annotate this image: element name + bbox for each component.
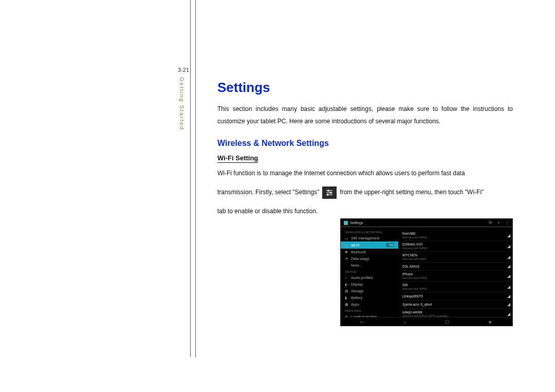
home-icon[interactable]: ⌂ xyxy=(403,320,406,325)
recent-icon[interactable]: ☐ xyxy=(445,320,449,325)
battery-icon: ▮ xyxy=(345,296,348,300)
body-line-3: tab to enable or disable this function. xyxy=(217,206,513,217)
heading-wifi-setting: Wi-Fi Setting xyxy=(217,154,258,163)
display-icon: ◐ xyxy=(345,283,348,286)
volume-icon[interactable]: 🔉︎ xyxy=(488,320,493,325)
wifi-signal-icon: ◢ xyxy=(507,274,510,278)
apps-icon: ▦ xyxy=(345,303,348,306)
wifi-signal-icon: ◢ xyxy=(507,264,510,269)
emb-actionbar: Settings ⟳ + ⋮ xyxy=(341,219,512,227)
wifi-toggle[interactable]: ON xyxy=(386,243,394,247)
sidebar-item-sim[interactable]: ▭SIM management xyxy=(341,235,398,241)
wifi-icon: ◈ xyxy=(345,244,348,247)
emb-cat-personal: PERSONAL xyxy=(341,308,398,313)
network-row[interactable]: sdwpc-wintekSecured with WPA2 (WPS avail… xyxy=(402,309,510,317)
body-line-2-post: from the upper-right setting menu, then … xyxy=(340,187,484,198)
heading-wireless-network: Wireless & Network Settings xyxy=(217,139,513,148)
emb-sidebar: WIRELESS & NETWORKS ▭SIM management ◈Wi-… xyxy=(341,227,398,317)
settings-app-icon xyxy=(344,221,348,225)
sidebar-item-apps[interactable]: ▦Apps xyxy=(341,301,398,308)
location-icon: ⊕ xyxy=(345,315,348,317)
wifi-signal-icon: ◢ xyxy=(507,285,510,289)
emb-cat-wireless: WIRELESS & NETWORKS xyxy=(341,229,398,235)
margin-rule-outer xyxy=(195,0,196,357)
body-line-2: transmission. Firstly, select "Settings"… xyxy=(217,186,513,199)
wifi-signal-icon: ◢ xyxy=(507,312,510,316)
intro-paragraph: This section includes many basic adjusta… xyxy=(217,103,513,127)
emb-network-list: freeVIBESecured with WPA2◢ EDIMAX-VIVISe… xyxy=(398,227,512,317)
body-line-1: Wi-Fi function is to manage the Internet… xyxy=(217,167,513,179)
svg-point-1 xyxy=(328,190,329,192)
heading-settings: Settings xyxy=(217,80,513,96)
network-row[interactable]: SWSecured with WPA2◢ xyxy=(402,282,510,292)
menu-icon[interactable]: ⋮ xyxy=(505,220,509,225)
sidebar-item-audio[interactable]: ♪Audio profiles xyxy=(341,274,398,281)
network-row[interactable]: EDIMAX-VIVISecured with WPA2◢ xyxy=(402,241,510,252)
sidebar-item-more[interactable]: More... xyxy=(341,262,398,269)
sidebar-item-wifi[interactable]: ◈Wi-Fi ON xyxy=(341,241,398,249)
network-row[interactable]: WYCHENSecured with WEP◢ xyxy=(402,252,510,263)
wifi-signal-icon: ◢ xyxy=(507,294,510,298)
margin-rule-inner xyxy=(190,0,191,357)
sidebar-item-storage[interactable]: ▤Storage xyxy=(341,288,398,294)
bluetooth-icon: ✱ xyxy=(345,250,348,254)
body-line-2-pre: transmission. Firstly, select "Settings" xyxy=(217,187,319,198)
emb-navbar: ⤺ ⌂ ☐ 🔉︎ xyxy=(341,317,512,326)
section-label: Getting Started xyxy=(179,77,185,130)
back-icon[interactable]: ⤺ xyxy=(360,320,364,325)
embedded-screenshot: Settings ⟳ + ⋮ WIRELESS & NETWORKS ▭SIM … xyxy=(340,218,513,326)
sidebar-item-bluetooth[interactable]: ✱Bluetooth xyxy=(341,249,398,255)
storage-icon: ▤ xyxy=(345,289,348,293)
page-number: 3-21 xyxy=(176,67,191,73)
emb-cat-device: DEVICE xyxy=(341,269,398,274)
network-row[interactable]: Linksys00079◢ xyxy=(402,292,510,301)
network-row[interactable]: iPhoneSecured with WPA2◢ xyxy=(402,271,510,282)
svg-point-5 xyxy=(327,194,329,196)
sidebar-item-data-usage[interactable]: ◔Data usage xyxy=(341,255,398,262)
wifi-signal-icon: ◢ xyxy=(507,302,510,307)
document-page: 3-21 Getting Started Settings This secti… xyxy=(0,0,555,392)
emb-body: WIRELESS & NETWORKS ▭SIM management ◈Wi-… xyxy=(341,227,512,317)
wifi-signal-icon: ◢ xyxy=(507,255,510,259)
add-icon[interactable]: + xyxy=(497,220,500,225)
emb-actionbar-actions: ⟳ + ⋮ xyxy=(489,220,509,225)
content-area: Settings This section includes many basi… xyxy=(217,80,513,217)
page-side-block: 3-21 Getting Started xyxy=(176,67,191,130)
network-row[interactable]: freeVIBESecured with WPA2◢ xyxy=(402,230,510,241)
sidebar-item-location[interactable]: ⊕Location access xyxy=(341,313,398,317)
wifi-signal-icon: ◢ xyxy=(507,233,510,238)
sim-icon: ▭ xyxy=(345,236,348,240)
refresh-icon[interactable]: ⟳ xyxy=(489,220,492,225)
audio-icon: ♪ xyxy=(345,276,348,279)
data-icon: ◔ xyxy=(345,257,348,260)
svg-point-3 xyxy=(330,192,332,194)
wifi-signal-icon: ◢ xyxy=(507,244,510,249)
emb-title: Settings xyxy=(350,221,363,225)
network-row[interactable]: DSL-6641K◢ xyxy=(402,263,510,271)
settings-sliders-icon xyxy=(322,186,337,199)
network-row[interactable]: Xperia acro S_a6e4◢ xyxy=(402,301,510,309)
sidebar-item-display[interactable]: ◐Display xyxy=(341,281,398,288)
sidebar-item-battery[interactable]: ▮Battery xyxy=(341,294,398,301)
emb-actionbar-title-group: Settings xyxy=(344,221,363,225)
